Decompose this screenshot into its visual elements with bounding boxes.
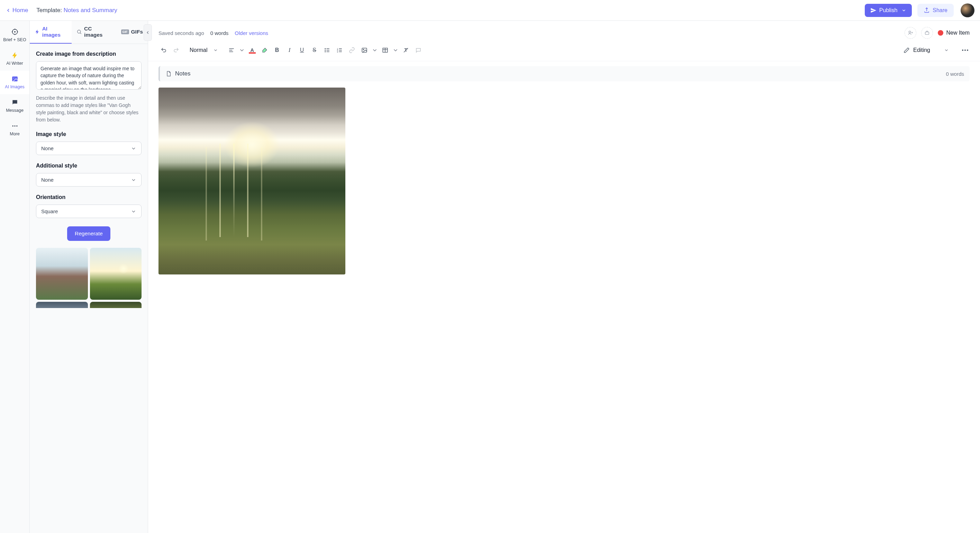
image-prompt-input[interactable] [36, 61, 142, 90]
app-header: Home Template: Notes and Summary Publish… [0, 0, 980, 21]
comment-icon [415, 47, 422, 53]
strikethrough-icon: S [312, 47, 316, 53]
rail-brief-seo[interactable]: Brief + SEO [0, 24, 29, 47]
strikethrough-button[interactable]: S [309, 45, 320, 56]
chevron-down-icon [239, 47, 245, 53]
chevron-down-icon [131, 177, 136, 183]
tab-cc-images[interactable]: CC images [72, 21, 116, 44]
bold-button[interactable]: B [272, 45, 282, 56]
numbered-list-icon: 123 [336, 47, 343, 53]
add-collaborator-button[interactable] [905, 27, 916, 39]
text-color-button[interactable]: A [247, 45, 258, 56]
gif-badge-icon: GIF [121, 29, 129, 34]
numbered-list-button[interactable]: 123 [334, 45, 345, 56]
image-style-value: None [41, 145, 54, 151]
rail-ai-writer[interactable]: AI Writer [0, 47, 29, 71]
thumbnail-2[interactable] [90, 248, 142, 300]
upload-icon [924, 7, 930, 13]
highlighter-icon [262, 47, 268, 53]
target-icon [11, 29, 18, 35]
collapse-panel-button[interactable] [143, 24, 152, 41]
redo-icon [173, 47, 179, 53]
bullet-list-button[interactable] [322, 45, 332, 56]
color-bar-icon [249, 52, 256, 54]
add-asset-button[interactable] [921, 27, 933, 39]
new-item-button[interactable]: New Item [938, 30, 970, 36]
italic-button[interactable]: I [285, 45, 295, 56]
pencil-icon [904, 47, 910, 53]
save-status: Saved seconds ago [159, 30, 204, 36]
chevron-down-icon [131, 146, 136, 151]
template-link[interactable]: Notes and Summary [64, 7, 117, 13]
editor-toolbar: Normal A B I U S 123 [148, 41, 980, 61]
editor-body[interactable]: Notes 0 words [148, 61, 980, 533]
tab-ai-images-label: AI images [42, 25, 67, 38]
paragraph-style-value: Normal [189, 47, 208, 53]
home-label: Home [13, 7, 28, 14]
redo-button[interactable] [171, 45, 181, 56]
comment-button[interactable] [413, 45, 423, 56]
tab-ai-images[interactable]: AI images [30, 21, 72, 44]
undo-button[interactable] [159, 45, 169, 56]
rail-ai-images[interactable]: AI Images [0, 71, 29, 94]
svg-point-23 [325, 50, 326, 51]
inserted-image[interactable] [159, 88, 345, 274]
regenerate-button[interactable]: Regenerate [67, 226, 110, 241]
editing-mode-select[interactable]: Editing [901, 46, 951, 55]
thumbnail-1[interactable] [36, 248, 88, 300]
search-icon [76, 29, 82, 35]
dot-icon [967, 49, 968, 51]
svg-point-2 [14, 32, 15, 33]
older-versions-link[interactable]: Older versions [235, 30, 268, 36]
notes-block[interactable]: Notes 0 words [159, 66, 970, 81]
orientation-select[interactable]: Square [36, 205, 142, 218]
highlight-button[interactable] [259, 45, 270, 56]
svg-point-10 [14, 125, 15, 126]
svg-point-12 [78, 30, 81, 33]
template-info: Template: Notes and Summary [37, 7, 117, 14]
insert-image-button[interactable] [359, 45, 369, 56]
svg-rect-7 [12, 76, 17, 81]
image-dropdown[interactable] [372, 45, 378, 56]
user-avatar[interactable] [961, 3, 974, 17]
align-dropdown[interactable] [239, 45, 245, 56]
additional-style-label: Additional style [36, 163, 142, 169]
rail-message[interactable]: Message [0, 94, 29, 118]
bolt-icon [35, 29, 40, 35]
editor-area: Saved seconds ago 0 words Older versions… [148, 21, 980, 533]
generated-thumbnails [36, 248, 142, 308]
table-icon [382, 47, 388, 53]
dots-icon [11, 123, 18, 129]
additional-style-select[interactable]: None [36, 173, 142, 186]
svg-point-14 [909, 31, 911, 33]
rail-brief-label: Brief + SEO [3, 37, 26, 42]
link-button[interactable] [347, 45, 357, 56]
publish-button[interactable]: Publish [865, 4, 912, 17]
rail-more[interactable]: More [0, 118, 29, 141]
create-image-label: Create image from description [36, 51, 142, 57]
chevron-down-icon [131, 209, 136, 214]
status-dot-icon [938, 30, 943, 36]
clear-formatting-button[interactable] [401, 45, 411, 56]
home-link[interactable]: Home [6, 7, 28, 14]
table-dropdown[interactable] [392, 45, 399, 56]
underline-button[interactable]: U [297, 45, 307, 56]
paragraph-style-select[interactable]: Normal [187, 46, 221, 55]
insert-table-button[interactable] [380, 45, 390, 56]
toolbar-more-button[interactable] [961, 48, 970, 52]
thumbnail-3[interactable] [36, 302, 88, 308]
image-style-select[interactable]: None [36, 142, 142, 155]
thumbnail-4[interactable] [90, 302, 142, 308]
link-icon [349, 47, 355, 53]
align-button[interactable] [226, 45, 237, 56]
chevron-down-icon [392, 47, 399, 53]
share-button[interactable]: Share [917, 4, 954, 17]
svg-rect-17 [925, 32, 929, 34]
bolt-icon [11, 52, 18, 59]
tab-gifs[interactable]: GIF GIFs [116, 21, 148, 44]
bold-icon: B [275, 47, 279, 53]
image-style-label: Image style [36, 131, 142, 137]
document-icon [165, 71, 172, 77]
chevron-left-icon [145, 30, 150, 35]
rail-more-label: More [10, 132, 19, 136]
